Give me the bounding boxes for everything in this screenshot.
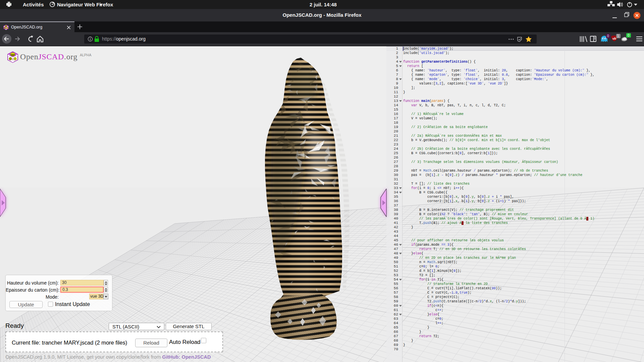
svg-text:0: 0: [607, 34, 609, 38]
svg-text:0: 0: [628, 34, 630, 37]
svg-text:Navigateur Web Firefox: Navigateur Web Firefox: [57, 2, 113, 7]
svg-text:Activités: Activités: [23, 2, 44, 7]
svg-text:2 juil. 14:48: 2 juil. 14:48: [310, 2, 337, 7]
svg-text:ub: ub: [612, 37, 616, 40]
svg-text:1: 1: [617, 34, 619, 38]
